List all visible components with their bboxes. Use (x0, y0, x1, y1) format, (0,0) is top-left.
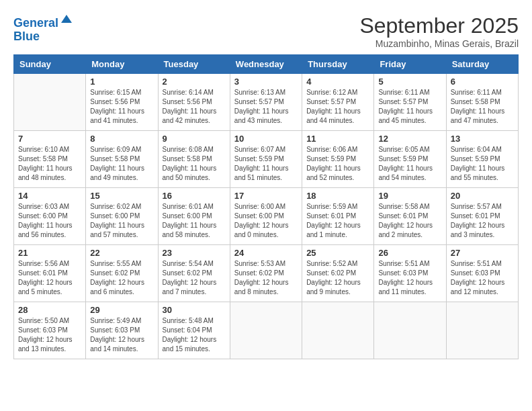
calendar-cell (446, 302, 518, 359)
day-info: Sunrise: 6:11 AM Sunset: 5:58 PM Dayligh… (451, 88, 514, 126)
day-number: 28 (18, 305, 81, 315)
weekday-header-saturday: Saturday (446, 55, 518, 74)
calendar-cell: 9Sunrise: 6:08 AM Sunset: 5:58 PM Daylig… (158, 131, 230, 188)
day-info: Sunrise: 6:14 AM Sunset: 5:56 PM Dayligh… (163, 88, 226, 126)
logo-line1: General (13, 16, 58, 30)
day-info: Sunrise: 6:06 AM Sunset: 5:59 PM Dayligh… (306, 145, 369, 183)
day-number: 15 (90, 191, 153, 201)
calendar-cell: 23Sunrise: 5:54 AM Sunset: 6:02 PM Dayli… (158, 245, 230, 302)
day-info: Sunrise: 6:00 AM Sunset: 6:00 PM Dayligh… (234, 202, 298, 240)
day-info: Sunrise: 5:59 AM Sunset: 6:01 PM Dayligh… (306, 202, 369, 240)
week-row-5: 28Sunrise: 5:50 AM Sunset: 6:03 PM Dayli… (14, 302, 519, 359)
day-info: Sunrise: 6:04 AM Sunset: 5:59 PM Dayligh… (451, 145, 514, 183)
day-info: Sunrise: 5:48 AM Sunset: 6:04 PM Dayligh… (163, 316, 226, 354)
day-info: Sunrise: 5:51 AM Sunset: 6:03 PM Dayligh… (378, 259, 441, 297)
weekday-header-sunday: Sunday (14, 55, 86, 74)
logo-text: General Blue (13, 13, 73, 44)
day-info: Sunrise: 6:12 AM Sunset: 5:57 PM Dayligh… (306, 88, 369, 126)
day-number: 5 (378, 77, 441, 87)
day-number: 19 (378, 191, 441, 201)
calendar-cell: 8Sunrise: 6:09 AM Sunset: 5:58 PM Daylig… (86, 131, 158, 188)
day-number: 7 (18, 134, 81, 144)
weekday-header-friday: Friday (374, 55, 446, 74)
day-number: 6 (451, 77, 514, 87)
calendar-cell (230, 302, 302, 359)
day-info: Sunrise: 6:02 AM Sunset: 6:00 PM Dayligh… (90, 202, 153, 240)
calendar-table: SundayMondayTuesdayWednesdayThursdayFrid… (13, 54, 519, 359)
day-number: 30 (163, 305, 226, 315)
calendar-cell: 22Sunrise: 5:55 AM Sunset: 6:02 PM Dayli… (86, 245, 158, 302)
day-info: Sunrise: 6:11 AM Sunset: 5:57 PM Dayligh… (378, 88, 441, 126)
day-info: Sunrise: 6:03 AM Sunset: 6:00 PM Dayligh… (18, 202, 81, 240)
weekday-header-monday: Monday (86, 55, 158, 74)
calendar-cell: 3Sunrise: 6:13 AM Sunset: 5:57 PM Daylig… (230, 74, 302, 131)
day-number: 26 (378, 248, 441, 258)
calendar-cell: 2Sunrise: 6:14 AM Sunset: 5:56 PM Daylig… (158, 74, 230, 131)
calendar-cell: 30Sunrise: 5:48 AM Sunset: 6:04 PM Dayli… (158, 302, 230, 359)
week-row-1: 1Sunrise: 6:15 AM Sunset: 5:56 PM Daylig… (14, 74, 519, 131)
day-info: Sunrise: 6:01 AM Sunset: 6:00 PM Dayligh… (163, 202, 226, 240)
calendar-cell: 26Sunrise: 5:51 AM Sunset: 6:03 PM Dayli… (374, 245, 446, 302)
logo: General Blue (13, 13, 73, 44)
day-number: 8 (90, 134, 153, 144)
day-number: 1 (90, 77, 153, 87)
day-info: Sunrise: 6:15 AM Sunset: 5:56 PM Dayligh… (90, 88, 153, 126)
calendar-cell: 6Sunrise: 6:11 AM Sunset: 5:58 PM Daylig… (446, 74, 518, 131)
calendar-cell: 4Sunrise: 6:12 AM Sunset: 5:57 PM Daylig… (302, 74, 374, 131)
week-row-2: 7Sunrise: 6:10 AM Sunset: 5:58 PM Daylig… (14, 131, 519, 188)
weekday-header-thursday: Thursday (302, 55, 374, 74)
day-number: 17 (234, 191, 298, 201)
day-info: Sunrise: 5:51 AM Sunset: 6:03 PM Dayligh… (451, 259, 514, 297)
day-info: Sunrise: 6:09 AM Sunset: 5:58 PM Dayligh… (90, 145, 153, 183)
day-number: 2 (163, 77, 226, 87)
calendar-cell (374, 302, 446, 359)
day-number: 20 (451, 191, 514, 201)
calendar-cell: 20Sunrise: 5:57 AM Sunset: 6:01 PM Dayli… (446, 188, 518, 245)
day-number: 13 (451, 134, 514, 144)
svg-marker-0 (61, 15, 72, 23)
calendar-cell (14, 74, 86, 131)
week-row-4: 21Sunrise: 5:56 AM Sunset: 6:01 PM Dayli… (14, 245, 519, 302)
calendar-cell: 7Sunrise: 6:10 AM Sunset: 5:58 PM Daylig… (14, 131, 86, 188)
calendar-cell: 12Sunrise: 6:05 AM Sunset: 5:59 PM Dayli… (374, 131, 446, 188)
day-number: 24 (234, 248, 298, 258)
calendar-cell: 1Sunrise: 6:15 AM Sunset: 5:56 PM Daylig… (86, 74, 158, 131)
calendar-cell: 28Sunrise: 5:50 AM Sunset: 6:03 PM Dayli… (14, 302, 86, 359)
weekday-header-row: SundayMondayTuesdayWednesdayThursdayFrid… (14, 55, 519, 74)
day-number: 3 (234, 77, 298, 87)
day-number: 22 (90, 248, 153, 258)
day-info: Sunrise: 5:56 AM Sunset: 6:01 PM Dayligh… (18, 259, 81, 297)
calendar-cell: 15Sunrise: 6:02 AM Sunset: 6:00 PM Dayli… (86, 188, 158, 245)
location-subtitle: Muzambinho, Minas Gerais, Brazil (359, 38, 519, 49)
month-title: September 2025 (359, 13, 519, 38)
weekday-header-wednesday: Wednesday (230, 55, 302, 74)
day-number: 27 (451, 248, 514, 258)
logo-icon (60, 13, 73, 27)
calendar-cell: 18Sunrise: 5:59 AM Sunset: 6:01 PM Dayli… (302, 188, 374, 245)
day-info: Sunrise: 6:07 AM Sunset: 5:59 PM Dayligh… (234, 145, 298, 183)
day-info: Sunrise: 6:05 AM Sunset: 5:59 PM Dayligh… (378, 145, 441, 183)
day-info: Sunrise: 5:50 AM Sunset: 6:03 PM Dayligh… (18, 316, 81, 354)
calendar-cell: 17Sunrise: 6:00 AM Sunset: 6:00 PM Dayli… (230, 188, 302, 245)
page-header: General Blue September 2025 Muzambinho, … (13, 13, 519, 49)
logo-line2: Blue (13, 30, 40, 43)
day-info: Sunrise: 6:08 AM Sunset: 5:58 PM Dayligh… (163, 145, 226, 183)
day-info: Sunrise: 5:54 AM Sunset: 6:02 PM Dayligh… (163, 259, 226, 297)
day-info: Sunrise: 5:53 AM Sunset: 6:02 PM Dayligh… (234, 259, 298, 297)
day-info: Sunrise: 5:49 AM Sunset: 6:03 PM Dayligh… (90, 316, 153, 354)
calendar-cell: 25Sunrise: 5:52 AM Sunset: 6:02 PM Dayli… (302, 245, 374, 302)
day-number: 21 (18, 248, 81, 258)
day-number: 16 (163, 191, 226, 201)
calendar-cell (302, 302, 374, 359)
day-number: 25 (306, 248, 369, 258)
day-number: 10 (234, 134, 298, 144)
calendar-cell: 5Sunrise: 6:11 AM Sunset: 5:57 PM Daylig… (374, 74, 446, 131)
day-info: Sunrise: 5:58 AM Sunset: 6:01 PM Dayligh… (378, 202, 441, 240)
week-row-3: 14Sunrise: 6:03 AM Sunset: 6:00 PM Dayli… (14, 188, 519, 245)
day-info: Sunrise: 5:57 AM Sunset: 6:01 PM Dayligh… (451, 202, 514, 240)
day-number: 29 (90, 305, 153, 315)
title-block: September 2025 Muzambinho, Minas Gerais,… (359, 13, 519, 49)
day-info: Sunrise: 5:55 AM Sunset: 6:02 PM Dayligh… (90, 259, 153, 297)
calendar-cell: 29Sunrise: 5:49 AM Sunset: 6:03 PM Dayli… (86, 302, 158, 359)
day-number: 12 (378, 134, 441, 144)
